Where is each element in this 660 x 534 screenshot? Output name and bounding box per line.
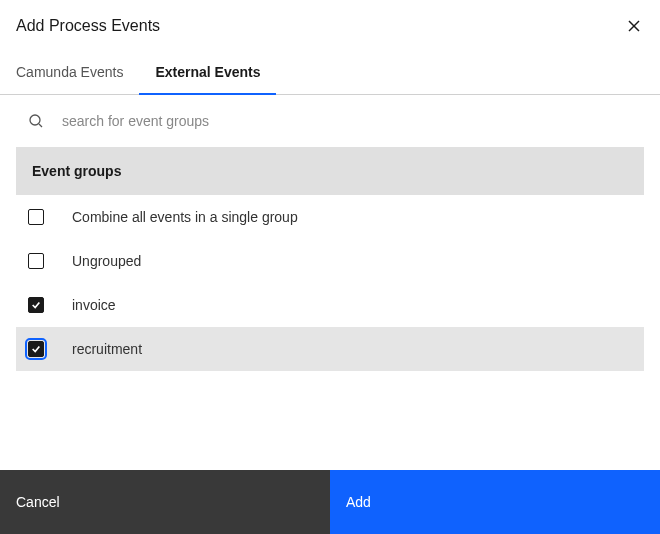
list-item-label: invoice <box>44 297 116 313</box>
close-button[interactable] <box>624 16 644 36</box>
svg-line-3 <box>39 124 42 127</box>
list-item-label: recruitment <box>44 341 142 357</box>
list-header: Event groups <box>16 147 644 195</box>
checkbox-combine-all[interactable] <box>28 209 44 225</box>
add-button[interactable]: Add <box>330 470 660 534</box>
search-row <box>0 95 660 147</box>
list-item[interactable]: Ungrouped <box>16 239 644 283</box>
search-input[interactable] <box>44 113 644 129</box>
dialog-title: Add Process Events <box>16 17 160 35</box>
list-item[interactable]: Combine all events in a single group <box>16 195 644 239</box>
list-item-label: Combine all events in a single group <box>44 209 298 225</box>
search-icon <box>28 113 44 129</box>
list-item-label: Ungrouped <box>44 253 141 269</box>
tabs: Camunda Events External Events <box>0 50 660 95</box>
svg-point-2 <box>30 115 40 125</box>
cancel-button[interactable]: Cancel <box>0 470 330 534</box>
checkbox-invoice[interactable] <box>28 297 44 313</box>
list-item[interactable]: recruitment <box>16 327 644 371</box>
tab-external-events[interactable]: External Events <box>139 50 276 94</box>
dialog-footer: Cancel Add <box>0 470 660 534</box>
tab-camunda-events[interactable]: Camunda Events <box>0 50 139 94</box>
close-icon <box>626 18 642 34</box>
checkbox-recruitment[interactable] <box>28 341 44 357</box>
list-item[interactable]: invoice <box>16 283 644 327</box>
checkbox-ungrouped[interactable] <box>28 253 44 269</box>
